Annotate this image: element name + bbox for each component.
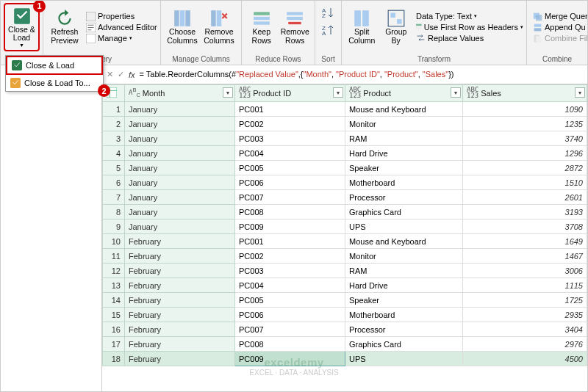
cell-product[interactable]: Hard Drive <box>345 278 463 293</box>
first-row-headers-button[interactable]: Use First Row as Headers ▾ <box>416 22 523 32</box>
cell-sales[interactable]: 1649 <box>463 234 587 249</box>
cell-sales[interactable]: 1296 <box>463 146 587 161</box>
cell-sales[interactable]: 1725 <box>463 293 587 308</box>
cell-product[interactable]: Monitor <box>345 117 463 131</box>
table-row[interactable]: 2JanuaryPC002Monitor1235 <box>103 117 587 131</box>
merge-queries-button[interactable]: Merge Quer <box>533 12 588 21</box>
cell-sales[interactable]: 1115 <box>463 278 587 293</box>
row-number[interactable]: 1 <box>103 102 125 117</box>
remove-rows-button[interactable]: Remove Rows <box>279 3 312 51</box>
cell-product-id[interactable]: PC003 <box>235 264 345 278</box>
cell-product-id[interactable]: PC004 <box>235 278 345 293</box>
cell-month[interactable]: February <box>125 234 235 249</box>
cell-product-id[interactable]: PC007 <box>235 322 345 337</box>
cell-month[interactable]: February <box>125 249 235 264</box>
replace-values-button[interactable]: Replace Values <box>416 33 523 43</box>
cell-sales[interactable]: 3740 <box>463 131 587 146</box>
formula-bar[interactable]: ✕ ✓ fx = Table.ReorderColumns(#"Replaced… <box>102 65 587 84</box>
row-number[interactable]: 14 <box>103 293 125 308</box>
split-column-button[interactable]: Split Column <box>345 3 379 51</box>
table-row[interactable]: 11FebruaryPC002Monitor1467 <box>103 249 587 264</box>
filter-dropdown-icon[interactable]: ▾ <box>223 87 233 98</box>
cell-month[interactable]: January <box>125 219 235 234</box>
row-number[interactable]: 2 <box>103 117 125 131</box>
cell-product-id[interactable]: PC002 <box>235 249 345 264</box>
table-row[interactable]: 14FebruaryPC005Speaker1725 <box>103 293 587 308</box>
row-number[interactable]: 4 <box>103 146 125 161</box>
cell-month[interactable]: January <box>125 175 235 190</box>
append-queries-button[interactable]: Append Qu <box>533 23 588 32</box>
table-row[interactable]: 10FebruaryPC001Mouse and Keyboard1649 <box>103 234 587 249</box>
cell-month[interactable]: February <box>125 352 235 366</box>
cell-product[interactable]: Motherboard <box>345 308 463 322</box>
cell-product-id[interactable]: PC008 <box>235 205 345 219</box>
cell-product[interactable]: RAM <box>345 264 463 278</box>
table-row[interactable]: 18FebruaryPC009UPS4500 <box>103 352 587 366</box>
row-number[interactable]: 11 <box>103 249 125 264</box>
table-row[interactable]: 1JanuaryPC001Mouse and Keyboard1090 <box>103 102 587 117</box>
cell-month[interactable]: January <box>125 117 235 131</box>
cell-product[interactable]: Graphics Card <box>345 337 463 352</box>
filter-dropdown-icon[interactable]: ▾ <box>333 87 343 98</box>
cell-sales[interactable]: 1510 <box>463 175 587 190</box>
cell-sales[interactable]: 3193 <box>463 205 587 219</box>
choose-columns-button[interactable]: Choose Columns <box>164 3 201 51</box>
cell-product-id[interactable]: PC006 <box>235 175 345 190</box>
row-number[interactable]: 10 <box>103 234 125 249</box>
cell-product-id[interactable]: PC006 <box>235 308 345 322</box>
filter-dropdown-icon[interactable]: ▾ <box>451 87 461 98</box>
cell-product-id[interactable]: PC004 <box>235 146 345 161</box>
cell-month[interactable]: January <box>125 146 235 161</box>
column-header-product-id[interactable]: ABC123Product ID▾ <box>235 85 345 102</box>
cell-product-id[interactable]: PC005 <box>235 161 345 175</box>
row-number[interactable]: 17 <box>103 337 125 352</box>
refresh-preview-button[interactable]: Refresh Preview <box>46 3 83 51</box>
cell-sales[interactable]: 3006 <box>463 264 587 278</box>
cell-product-id[interactable]: PC009 <box>235 219 345 234</box>
row-number[interactable]: 15 <box>103 308 125 322</box>
table-row[interactable]: 6JanuaryPC006Motherboard1510 <box>103 175 587 190</box>
cell-sales[interactable]: 1235 <box>463 117 587 131</box>
cell-product[interactable]: Graphics Card <box>345 205 463 219</box>
manage-button[interactable]: Manage ▾ <box>86 34 157 43</box>
accept-formula-icon[interactable]: ✓ <box>118 70 124 79</box>
group-by-button[interactable]: Group By <box>379 3 414 51</box>
cell-product-id[interactable]: PC005 <box>235 293 345 308</box>
table-row[interactable]: 17FebruaryPC008Graphics Card2976 <box>103 337 587 352</box>
cell-product[interactable]: Mouse and Keyboard <box>345 234 463 249</box>
cell-product[interactable]: Speaker <box>345 293 463 308</box>
cell-sales[interactable]: 1467 <box>463 249 587 264</box>
row-number[interactable]: 12 <box>103 264 125 278</box>
cell-product[interactable]: Mouse and Keyboard <box>345 102 463 117</box>
cell-product[interactable]: Motherboard <box>345 175 463 190</box>
cell-sales[interactable]: 3708 <box>463 219 587 234</box>
cell-sales[interactable]: 2872 <box>463 161 587 175</box>
table-row[interactable]: 3JanuaryPC003RAM3740 <box>103 131 587 146</box>
cell-month[interactable]: January <box>125 161 235 175</box>
cell-product-id[interactable]: PC002 <box>235 117 345 131</box>
table-row[interactable]: 4JanuaryPC004Hard Drive1296 <box>103 146 587 161</box>
cell-sales[interactable]: 4500 <box>463 352 587 366</box>
cell-sales[interactable]: 1090 <box>463 102 587 117</box>
table-row[interactable]: 8JanuaryPC008Graphics Card3193 <box>103 205 587 219</box>
cell-sales[interactable]: 2976 <box>463 337 587 352</box>
keep-rows-button[interactable]: Keep Rows <box>245 3 279 51</box>
cell-product[interactable]: Hard Drive <box>345 146 463 161</box>
cell-product[interactable]: UPS <box>345 352 463 366</box>
close-and-load-to-menu-item[interactable]: Close & Load To... <box>6 75 103 91</box>
sort-desc-button[interactable]: ZA <box>322 24 335 39</box>
filter-dropdown-icon[interactable]: ▾ <box>575 87 585 98</box>
table-row[interactable]: 12FebruaryPC003RAM3006 <box>103 264 587 278</box>
cell-product[interactable]: Processor <box>345 322 463 337</box>
cell-product[interactable]: RAM <box>345 131 463 146</box>
properties-button[interactable]: Properties <box>86 12 157 21</box>
cell-month[interactable]: January <box>125 190 235 205</box>
cell-product-id[interactable]: PC003 <box>235 131 345 146</box>
cell-sales[interactable]: 2601 <box>463 190 587 205</box>
combine-files-button[interactable]: Combine Fil <box>533 34 588 43</box>
cell-product-id[interactable]: PC001 <box>235 102 345 117</box>
cell-product-id[interactable]: PC009 <box>235 352 345 366</box>
cell-sales[interactable]: 2935 <box>463 308 587 322</box>
cell-product-id[interactable]: PC001 <box>235 234 345 249</box>
row-number[interactable]: 7 <box>103 190 125 205</box>
